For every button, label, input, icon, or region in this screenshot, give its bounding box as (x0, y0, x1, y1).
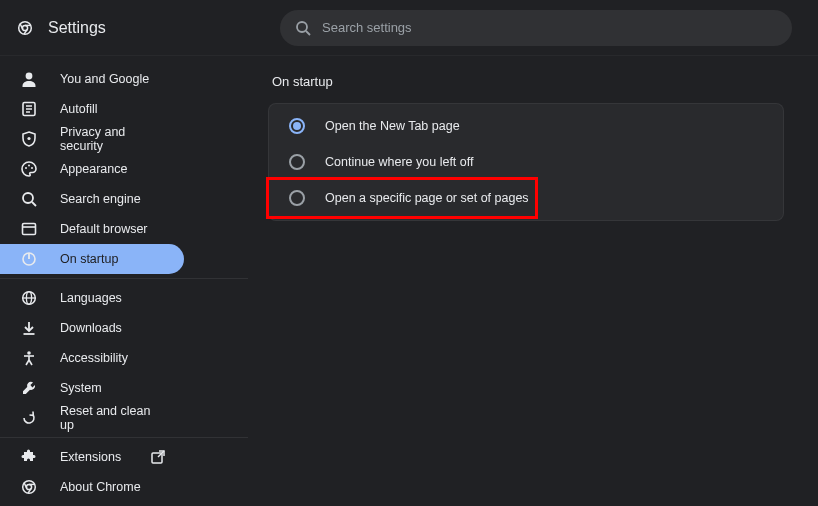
page-title: Settings (48, 19, 106, 37)
startup-option-open-the-new-tab-page[interactable]: Open the New Tab page (269, 108, 783, 144)
sidebar-item-on-startup[interactable]: On startup (0, 244, 184, 274)
sidebar-item-label: You and Google (60, 72, 149, 86)
main-content: On startup Open the New Tab pageContinue… (248, 56, 818, 506)
app-title-wrap: Settings (16, 19, 280, 37)
radio-label: Open the New Tab page (325, 119, 460, 133)
sidebar-item-reset-and-clean-up[interactable]: Reset and clean up (0, 403, 184, 433)
search-field-wrap[interactable] (280, 10, 792, 46)
startup-options-card: Open the New Tab pageContinue where you … (268, 103, 784, 221)
chrome-icon (20, 478, 38, 496)
sidebar-item-label: On startup (60, 252, 118, 266)
sidebar-item-label: Reset and clean up (60, 404, 164, 432)
sidebar-item-accessibility[interactable]: Accessibility (0, 343, 184, 373)
radio-label: Continue where you left off (325, 155, 473, 169)
sidebar-item-downloads[interactable]: Downloads (0, 313, 184, 343)
sidebar-item-label: Autofill (60, 102, 98, 116)
chrome-logo-icon (16, 19, 34, 37)
external-link-icon (149, 448, 167, 466)
accessibility-icon (20, 349, 38, 367)
sidebar-item-appearance[interactable]: Appearance (0, 154, 184, 184)
sidebar-item-label: About Chrome (60, 480, 141, 494)
svg-line-33 (306, 31, 310, 35)
sidebar-item-label: Extensions (60, 450, 121, 464)
autofill-icon (20, 100, 38, 118)
extension-icon (20, 448, 38, 466)
sidebar-item-label: Search engine (60, 192, 141, 206)
sidebar-item-system[interactable]: System (0, 373, 184, 403)
sidebar-item-label: Appearance (60, 162, 127, 176)
sidebar-item-label: Downloads (60, 321, 122, 335)
svg-point-32 (297, 22, 307, 32)
globe-icon (20, 289, 38, 307)
download-icon (20, 319, 38, 337)
reset-icon (20, 409, 38, 427)
sidebar-item-default-browser[interactable]: Default browser (0, 214, 184, 244)
settings-sidebar: You and GoogleAutofillPrivacy and securi… (0, 56, 248, 506)
search-icon (20, 190, 38, 208)
sidebar-item-label: Accessibility (60, 351, 128, 365)
sidebar-item-extensions[interactable]: Extensions (0, 442, 184, 472)
startup-option-open-a-specific-page-or-set-of-pages[interactable]: Open a specific page or set of pages (269, 180, 783, 216)
sidebar-item-search-engine[interactable]: Search engine (0, 184, 184, 214)
startup-option-continue-where-you-left-off[interactable]: Continue where you left off (269, 144, 783, 180)
top-bar: Settings (0, 0, 818, 56)
sidebar-item-about-chrome[interactable]: About Chrome (0, 472, 184, 502)
radio-button[interactable] (289, 118, 305, 134)
power-icon (20, 250, 38, 268)
sidebar-item-privacy-and-security[interactable]: Privacy and security (0, 124, 184, 154)
shield-icon (20, 130, 38, 148)
search-icon (294, 19, 312, 37)
browser-icon (20, 220, 38, 238)
radio-button[interactable] (289, 154, 305, 170)
sidebar-item-languages[interactable]: Languages (0, 283, 184, 313)
sidebar-item-label: Default browser (60, 222, 148, 236)
sidebar-item-label: Privacy and security (60, 125, 164, 153)
sidebar-item-label: Languages (60, 291, 122, 305)
wrench-icon (20, 379, 38, 397)
radio-button[interactable] (289, 190, 305, 206)
sidebar-item-you-and-google[interactable]: You and Google (0, 64, 184, 94)
sidebar-item-autofill[interactable]: Autofill (0, 94, 184, 124)
section-title: On startup (272, 74, 798, 89)
sidebar-item-label: System (60, 381, 102, 395)
person-icon (20, 70, 38, 88)
search-input[interactable] (322, 20, 778, 35)
radio-label: Open a specific page or set of pages (325, 191, 529, 205)
palette-icon (20, 160, 38, 178)
